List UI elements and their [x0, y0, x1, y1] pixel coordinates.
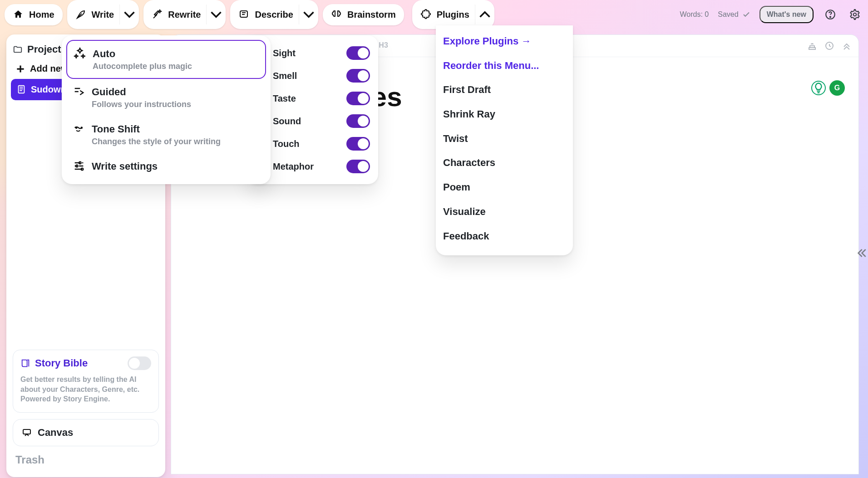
home-button[interactable]: Home	[5, 4, 63, 25]
sense-row[interactable]: Sound	[254, 110, 372, 132]
wand-icon	[152, 9, 163, 20]
sense-toggle[interactable]	[346, 160, 370, 173]
sense-label: Touch	[273, 138, 340, 150]
sliders-icon	[73, 160, 85, 172]
write-item-subtitle: Follows your instructions	[92, 99, 191, 110]
whats-new-label: What's new	[767, 10, 806, 18]
cake-icon[interactable]	[807, 40, 818, 51]
brain-icon	[331, 9, 342, 20]
home-label: Home	[29, 9, 54, 21]
help-icon[interactable]	[823, 7, 838, 22]
write-menu-item[interactable]: Tone ShiftChanges the style of your writ…	[66, 116, 266, 153]
sense-label: Sight	[273, 47, 340, 59]
canvas-button[interactable]: Canvas	[13, 419, 159, 446]
sense-toggle[interactable]	[346, 137, 370, 151]
write-menu-item[interactable]: AutoAutocomplete plus magic	[66, 40, 266, 79]
right-collapse[interactable]	[853, 34, 868, 472]
plugins-menu-popover: Explore Plugins →Reorder this Menu...Fir…	[436, 25, 573, 255]
canvas-label: Canvas	[38, 426, 73, 439]
sense-label: Metaphor	[273, 161, 340, 173]
puzzle-icon	[420, 9, 431, 20]
whats-new-button[interactable]: What's new	[760, 6, 814, 23]
sense-label: Sound	[273, 115, 340, 127]
write-item-title: Auto	[93, 47, 192, 61]
collapse-up-icon[interactable]	[841, 40, 852, 51]
describe-label: Describe	[255, 9, 293, 21]
plugin-item[interactable]: Twist	[443, 127, 566, 151]
sense-row[interactable]: Smell	[254, 64, 372, 87]
write-item-title: Tone Shift	[92, 122, 221, 136]
write-menu-popover: AutoAutocomplete plus magicGuidedFollows…	[62, 35, 271, 184]
h3-label[interactable]: H3	[379, 40, 388, 50]
plus-icon	[15, 63, 26, 75]
folder-icon	[13, 44, 23, 54]
story-bible-card: Story Bible Get better results by tellin…	[13, 350, 159, 413]
plugin-item[interactable]: Visualize	[443, 200, 566, 224]
story-bible-toggle[interactable]	[128, 356, 151, 370]
write-settings-item[interactable]: Write settings	[66, 153, 266, 180]
words-label: Words:	[680, 10, 703, 18]
story-bible-desc: Get better results by telling the AI abo…	[20, 375, 151, 404]
gear-icon[interactable]	[847, 7, 863, 22]
active-document-label: Sudowr	[31, 83, 64, 96]
status-area: Words: 0 Saved What's new	[680, 6, 863, 23]
rewrite-chevron[interactable]	[206, 5, 226, 24]
plugins-button[interactable]: Plugins	[412, 0, 494, 29]
editor-utility	[807, 40, 852, 51]
write-label: Write	[92, 9, 114, 21]
write-chevron[interactable]	[119, 5, 139, 24]
reorder-menu-link[interactable]: Reorder this Menu...	[443, 54, 566, 78]
clock-icon[interactable]	[824, 40, 835, 51]
write-settings-label: Write settings	[92, 160, 158, 173]
svg-point-9	[79, 162, 81, 164]
sense-toggle[interactable]	[346, 46, 370, 60]
brainstorm-button[interactable]: Brainstorm	[323, 4, 404, 25]
svg-point-2	[830, 16, 831, 17]
describe-button[interactable]: Describe	[230, 0, 318, 29]
write-item-icon	[74, 47, 86, 60]
plugin-item[interactable]: Poem	[443, 175, 566, 200]
sense-toggle[interactable]	[346, 69, 370, 83]
story-bible-title: Story Bible	[35, 356, 88, 370]
describe-chevron[interactable]	[299, 5, 318, 24]
describe-icon	[238, 9, 249, 20]
saved-label: Saved	[718, 10, 738, 20]
trash-link[interactable]: Trash	[13, 446, 159, 473]
svg-rect-5	[23, 429, 30, 434]
sense-label: Taste	[273, 93, 340, 105]
plugin-item[interactable]: Shrink Ray	[443, 102, 566, 127]
sense-row[interactable]: Taste	[254, 87, 372, 110]
rewrite-button[interactable]: Rewrite	[143, 0, 226, 29]
write-menu-item[interactable]: GuidedFollows your instructions	[66, 79, 266, 116]
plugin-item[interactable]: Feedback	[443, 224, 566, 249]
doc-icon	[16, 84, 26, 94]
write-item-title: Guided	[92, 85, 191, 99]
sense-toggle[interactable]	[346, 92, 370, 105]
plugin-item[interactable]: Characters	[443, 151, 566, 175]
bulb-badge[interactable]	[811, 81, 826, 95]
top-toolbar: Home Write Rewrite Describe Brainstor	[0, 0, 868, 29]
plugins-chevron[interactable]	[475, 5, 494, 24]
canvas-icon	[21, 427, 32, 438]
home-icon	[13, 9, 24, 20]
sense-row[interactable]: Metaphor	[254, 155, 372, 178]
plugin-item[interactable]: First Draft	[443, 78, 566, 102]
write-item-icon	[73, 122, 85, 135]
svg-point-3	[853, 13, 857, 16]
write-item-subtitle: Changes the style of your writing	[92, 136, 221, 147]
grammarly-badge[interactable]: G	[829, 80, 845, 96]
saved-status: Saved	[718, 10, 750, 20]
words-count: 0	[705, 10, 709, 18]
sense-row[interactable]: Sight	[254, 42, 372, 64]
explore-plugins-link[interactable]: Explore Plugins →	[443, 29, 566, 54]
sense-label: Smell	[273, 70, 340, 82]
sense-row[interactable]: Touch	[254, 132, 372, 155]
svg-point-10	[76, 165, 78, 167]
plugins-label: Plugins	[437, 9, 469, 21]
write-button[interactable]: Write	[67, 0, 139, 29]
assistant-badges: G	[811, 80, 845, 96]
feather-icon	[75, 9, 86, 20]
sense-toggle[interactable]	[346, 114, 370, 128]
trash-label: Trash	[15, 454, 44, 466]
brainstorm-label: Brainstorm	[347, 9, 396, 21]
